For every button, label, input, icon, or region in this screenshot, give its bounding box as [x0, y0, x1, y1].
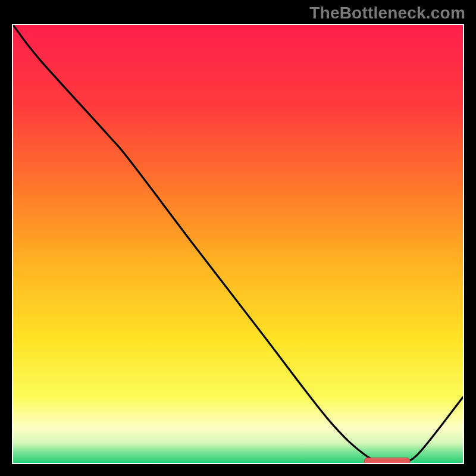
plot-area — [13, 25, 463, 463]
watermark-text: TheBottleneck.com — [309, 4, 465, 23]
optimum-range-marker — [364, 458, 411, 463]
bottleneck-curve — [13, 25, 463, 463]
